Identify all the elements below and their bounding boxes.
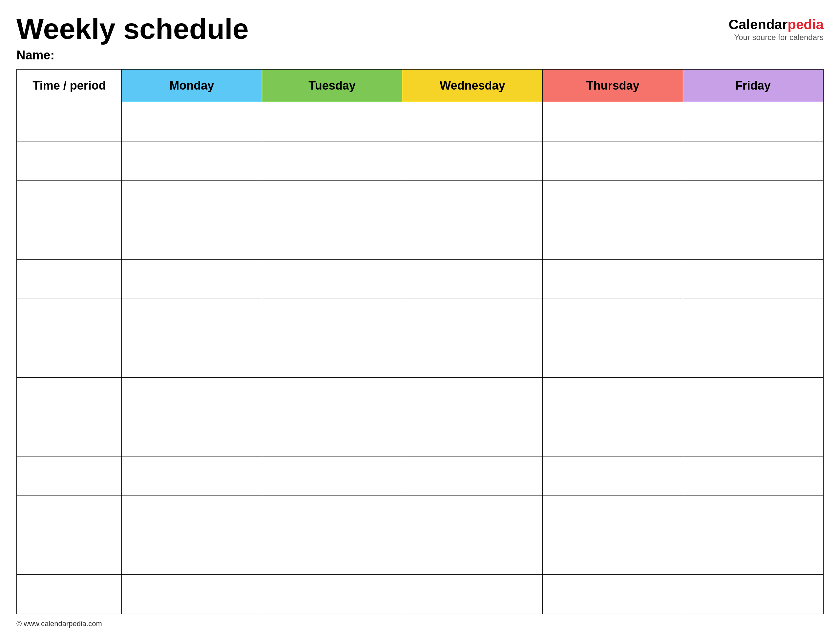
table-cell[interactable] xyxy=(122,457,262,496)
table-cell[interactable] xyxy=(683,220,823,259)
table-row xyxy=(17,102,823,141)
table-cell[interactable] xyxy=(122,496,262,535)
table-cell[interactable] xyxy=(402,378,543,417)
page-header: Weekly schedule Name: Calendarpedia Your… xyxy=(16,13,824,62)
table-cell[interactable] xyxy=(262,299,402,338)
table-cell[interactable] xyxy=(543,102,683,141)
table-row xyxy=(17,299,823,338)
table-cell[interactable] xyxy=(402,496,543,535)
table-cell[interactable] xyxy=(683,535,823,575)
table-cell[interactable] xyxy=(122,141,262,181)
table-cell[interactable] xyxy=(543,220,683,259)
table-cell[interactable] xyxy=(17,220,122,259)
table-cell[interactable] xyxy=(122,259,262,299)
table-cell[interactable] xyxy=(262,457,402,496)
table-cell[interactable] xyxy=(262,220,402,259)
table-cell[interactable] xyxy=(262,378,402,417)
header-time: Time / period xyxy=(17,69,122,102)
table-cell[interactable] xyxy=(17,535,122,575)
table-header-row: Time / period Monday Tuesday Wednesday T… xyxy=(17,69,823,102)
table-cell[interactable] xyxy=(683,259,823,299)
table-cell[interactable] xyxy=(683,417,823,457)
header-monday: Monday xyxy=(122,69,262,102)
table-cell[interactable] xyxy=(543,181,683,220)
logo-calendar: Calendar xyxy=(729,17,788,32)
table-cell[interactable] xyxy=(122,299,262,338)
table-cell[interactable] xyxy=(543,338,683,378)
table-cell[interactable] xyxy=(262,535,402,575)
name-label: Name: xyxy=(16,48,249,62)
table-cell[interactable] xyxy=(17,417,122,457)
header-friday: Friday xyxy=(683,69,823,102)
table-row xyxy=(17,496,823,535)
table-cell[interactable] xyxy=(402,181,543,220)
table-cell[interactable] xyxy=(17,259,122,299)
table-row xyxy=(17,417,823,457)
table-cell[interactable] xyxy=(683,102,823,141)
table-cell[interactable] xyxy=(402,457,543,496)
table-cell[interactable] xyxy=(17,141,122,181)
table-cell[interactable] xyxy=(17,181,122,220)
table-cell[interactable] xyxy=(402,220,543,259)
logo-area: Calendarpedia Your source for calendars xyxy=(729,16,824,42)
table-cell[interactable] xyxy=(17,102,122,141)
table-cell[interactable] xyxy=(683,338,823,378)
table-cell[interactable] xyxy=(543,535,683,575)
table-cell[interactable] xyxy=(262,417,402,457)
table-cell[interactable] xyxy=(683,141,823,181)
table-cell[interactable] xyxy=(683,457,823,496)
table-cell[interactable] xyxy=(17,457,122,496)
table-cell[interactable] xyxy=(262,102,402,141)
header-tuesday: Tuesday xyxy=(262,69,402,102)
table-cell[interactable] xyxy=(262,338,402,378)
table-cell[interactable] xyxy=(17,378,122,417)
table-cell[interactable] xyxy=(17,338,122,378)
table-cell[interactable] xyxy=(122,338,262,378)
table-cell[interactable] xyxy=(262,496,402,535)
table-cell[interactable] xyxy=(402,417,543,457)
table-cell[interactable] xyxy=(683,575,823,614)
table-row xyxy=(17,378,823,417)
table-cell[interactable] xyxy=(122,535,262,575)
table-cell[interactable] xyxy=(122,220,262,259)
table-cell[interactable] xyxy=(17,299,122,338)
table-cell[interactable] xyxy=(262,259,402,299)
table-cell[interactable] xyxy=(262,141,402,181)
table-cell[interactable] xyxy=(262,181,402,220)
table-cell[interactable] xyxy=(402,141,543,181)
table-cell[interactable] xyxy=(262,575,402,614)
table-cell[interactable] xyxy=(122,575,262,614)
table-row xyxy=(17,457,823,496)
title-area: Weekly schedule Name: xyxy=(16,13,249,62)
table-cell[interactable] xyxy=(683,181,823,220)
schedule-table: Time / period Monday Tuesday Wednesday T… xyxy=(16,69,824,614)
table-cell[interactable] xyxy=(543,417,683,457)
table-cell[interactable] xyxy=(402,102,543,141)
table-cell[interactable] xyxy=(683,496,823,535)
logo-pedia: pedia xyxy=(788,17,824,32)
table-cell[interactable] xyxy=(17,575,122,614)
table-cell[interactable] xyxy=(122,181,262,220)
table-cell[interactable] xyxy=(543,457,683,496)
table-cell[interactable] xyxy=(122,417,262,457)
table-cell[interactable] xyxy=(543,299,683,338)
table-row xyxy=(17,338,823,378)
table-cell[interactable] xyxy=(122,102,262,141)
page-title: Weekly schedule xyxy=(16,13,249,45)
table-cell[interactable] xyxy=(543,575,683,614)
table-cell[interactable] xyxy=(543,378,683,417)
table-cell[interactable] xyxy=(402,259,543,299)
table-row xyxy=(17,181,823,220)
table-cell[interactable] xyxy=(122,378,262,417)
table-cell[interactable] xyxy=(402,535,543,575)
table-cell[interactable] xyxy=(543,496,683,535)
table-row xyxy=(17,220,823,259)
table-cell[interactable] xyxy=(402,338,543,378)
table-cell[interactable] xyxy=(543,141,683,181)
table-cell[interactable] xyxy=(683,299,823,338)
table-cell[interactable] xyxy=(402,575,543,614)
table-cell[interactable] xyxy=(543,259,683,299)
table-cell[interactable] xyxy=(683,378,823,417)
table-cell[interactable] xyxy=(17,496,122,535)
table-cell[interactable] xyxy=(402,299,543,338)
